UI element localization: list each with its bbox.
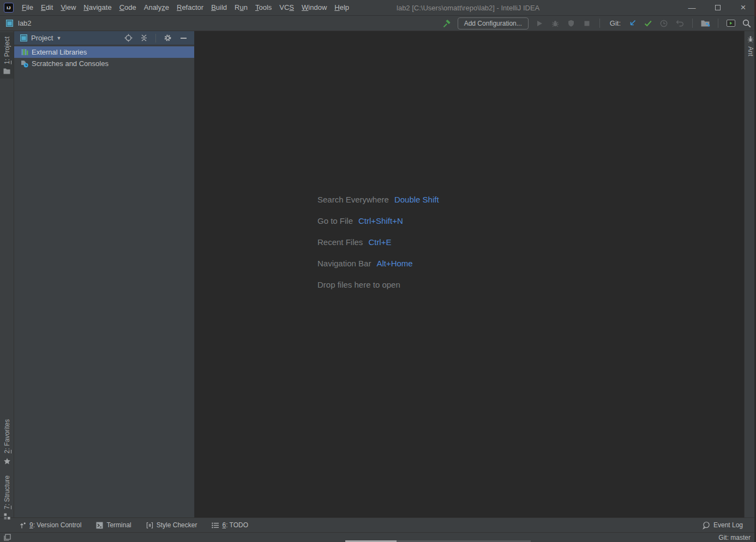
menu-code[interactable]: Code <box>116 0 140 15</box>
bottom-toolwindow-bar: 9: Version ControlTerminalStyle Checker6… <box>0 517 756 532</box>
stop-icon[interactable] <box>582 19 592 28</box>
project-view-icon <box>20 34 27 42</box>
git-update-icon[interactable] <box>627 19 637 28</box>
project-panel-title[interactable]: Project <box>31 34 53 42</box>
todo-icon <box>212 522 219 528</box>
event-log-icon <box>702 521 710 529</box>
shortcut-hint-search-everywhere: Search EverywhereDouble Shift <box>317 189 439 210</box>
tab-project-label: 1: Project <box>3 37 11 64</box>
shortcut-hint-drop-files-here-to-open: Drop files here to open <box>317 274 439 295</box>
star-icon <box>3 457 11 465</box>
locate-crosshair-icon[interactable] <box>123 33 133 43</box>
style-checker-icon <box>146 522 153 529</box>
menu-build[interactable]: Build <box>207 0 231 15</box>
toolwindow-button-6-todo[interactable]: 6: TODO <box>212 521 248 529</box>
scratches-icon <box>21 60 28 68</box>
event-log-area: Event Log <box>702 521 756 529</box>
git-branch-status[interactable]: Git: master <box>718 534 751 541</box>
build-hammer-icon[interactable] <box>442 19 452 28</box>
tree-item-scratches-and-consoles[interactable]: Scratches and Consoles <box>14 58 194 69</box>
screen-play-icon[interactable] <box>726 19 736 28</box>
navigation-bar: lab2 <box>4 19 32 28</box>
search-everywhere-icon[interactable] <box>742 19 752 28</box>
terminal-icon <box>96 522 103 529</box>
project-panel-header: Project ▼ <box>14 31 194 45</box>
minimize-button[interactable]: — <box>679 0 705 15</box>
menu-window[interactable]: Window <box>298 0 331 15</box>
gear-settings-icon[interactable] <box>163 33 172 43</box>
collapse-all-icon[interactable] <box>139 33 149 43</box>
library-icon <box>21 49 28 56</box>
toolbar-actions: Add Configuration... Git: <box>442 17 752 29</box>
hide-panel-icon[interactable] <box>178 33 188 43</box>
add-configuration-button[interactable]: Add Configuration... <box>458 17 529 29</box>
event-log-label: Event Log <box>713 521 743 529</box>
structure-icon <box>4 513 10 520</box>
toolwindow-tab-structure[interactable]: 7: Structure <box>0 471 14 524</box>
project-tree: External LibrariesScratches and Consoles <box>14 45 194 69</box>
main-toolbar: lab2 Add Configuration... Git: <box>0 16 756 31</box>
ant-icon <box>747 35 754 43</box>
maximize-icon <box>715 5 721 10</box>
toolwindow-tab-project[interactable]: 1: Project <box>0 32 14 79</box>
tree-item-label: Scratches and Consoles <box>32 59 109 68</box>
debug-bug-icon[interactable] <box>550 19 560 28</box>
window-title: lab2 [C:\Users\omatt\repo\lab2] - Intell… <box>397 4 539 12</box>
editor-empty-area: Search EverywhereDouble ShiftGo to FileC… <box>195 31 744 517</box>
menu-view[interactable]: View <box>57 0 80 15</box>
git-label: Git: <box>610 19 621 27</box>
menu-tools[interactable]: Tools <box>251 0 275 15</box>
tree-item-label: External Libraries <box>32 48 87 56</box>
left-toolwindow-stripe: 1: Project 2: Favorites 7: Structure <box>0 31 14 517</box>
tab-ant-label: Ant <box>747 46 754 56</box>
menu-vcs[interactable]: VCS <box>275 0 298 15</box>
toolwindow-button-style-checker[interactable]: Style Checker <box>146 521 197 529</box>
toolwindow-button-9-version-control[interactable]: 9: Version Control <box>20 521 81 529</box>
run-with-coverage-icon[interactable] <box>566 19 576 28</box>
history-clock-icon[interactable] <box>659 19 669 28</box>
project-root-icon <box>4 19 14 28</box>
menu-analyze[interactable]: Analyze <box>140 0 173 15</box>
toolbar-separator <box>718 19 718 28</box>
panel-header-separator <box>155 34 156 43</box>
git-commit-check-icon[interactable] <box>643 19 653 28</box>
project-structure-icon[interactable] <box>700 19 710 28</box>
menubar: FileEditViewNavigateCodeAnalyzeRefactorB… <box>18 0 353 15</box>
rollback-icon[interactable] <box>675 19 685 28</box>
shortcut-hint-navigation-bar: Navigation BarAlt+Home <box>317 253 439 274</box>
shortcut-hint-recent-files: Recent FilesCtrl+E <box>317 231 439 253</box>
close-button[interactable]: × <box>730 0 756 15</box>
project-toolwindow: Project ▼ External LibrariesScratc <box>14 31 195 517</box>
keyboard-shortcut-hints: Search EverywhereDouble ShiftGo to FileC… <box>317 189 439 295</box>
folder-icon <box>3 68 10 74</box>
maximize-button[interactable] <box>705 0 730 15</box>
bottom-toolwindow-buttons: 9: Version ControlTerminalStyle Checker6… <box>0 521 248 529</box>
toolbar-separator <box>599 19 600 28</box>
toggle-toolwindows-icon[interactable] <box>3 533 11 541</box>
titlebar: IJ FileEditViewNavigateCodeAnalyzeRefact… <box>0 0 756 16</box>
version-control-icon <box>20 522 26 529</box>
toolwindow-tab-favorites[interactable]: 2: Favorites <box>0 415 14 469</box>
intellij-logo-icon: IJ <box>4 3 14 13</box>
tab-favorites-label: 2: Favorites <box>3 419 11 454</box>
shortcut-hint-go-to-file: Go to FileCtrl+Shift+N <box>317 210 439 231</box>
ide-body: 1: Project 2: Favorites 7: Structure <box>0 31 756 517</box>
menu-help[interactable]: Help <box>331 0 353 15</box>
menu-file[interactable]: File <box>18 0 37 15</box>
intellij-window: IJ FileEditViewNavigateCodeAnalyzeRefact… <box>0 0 756 542</box>
menu-run[interactable]: Run <box>231 0 251 15</box>
window-controls: — × <box>679 0 756 15</box>
menu-refactor[interactable]: Refactor <box>173 0 207 15</box>
toolbar-separator <box>692 19 693 28</box>
tree-item-external-libraries[interactable]: External Libraries <box>14 46 194 58</box>
breadcrumb-project[interactable]: lab2 <box>18 19 32 27</box>
chevron-down-icon[interactable]: ▼ <box>56 35 61 41</box>
panel-header-actions <box>123 33 188 43</box>
run-icon[interactable] <box>535 19 544 28</box>
minus-icon <box>181 38 187 39</box>
menu-navigate[interactable]: Navigate <box>80 0 115 15</box>
toolwindow-button-event-log[interactable]: Event Log <box>702 521 743 529</box>
toolwindow-button-terminal[interactable]: Terminal <box>96 521 131 529</box>
tab-structure-label: 7: Structure <box>3 475 11 509</box>
menu-edit[interactable]: Edit <box>37 0 57 15</box>
